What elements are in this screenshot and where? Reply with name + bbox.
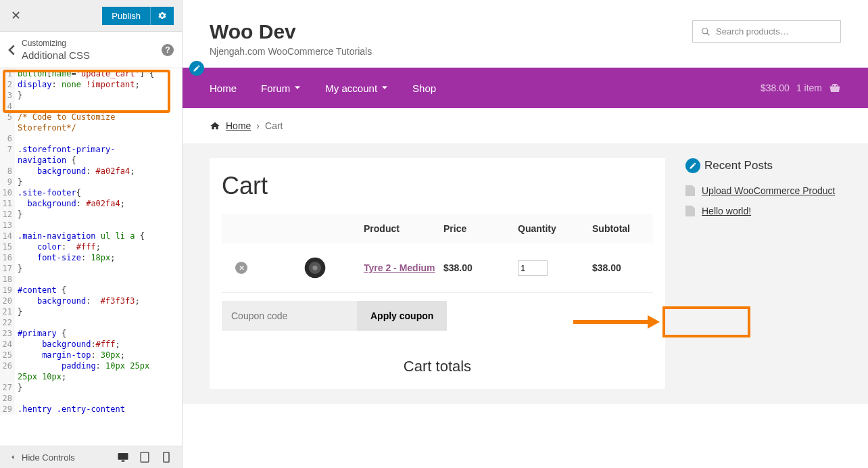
customizing-label: Customizing — [22, 39, 162, 48]
annotation-arrow — [573, 306, 750, 337]
home-icon — [210, 121, 220, 131]
breadcrumb-current: Cart — [265, 120, 283, 131]
publish-settings-button[interactable] — [150, 7, 174, 25]
page-title: Cart — [222, 172, 653, 200]
widget-title: Recent Posts — [685, 158, 841, 173]
svg-rect-1 — [122, 461, 125, 462]
cart-actions: Apply coupon — [222, 301, 653, 331]
primary-navigation: Home Forum My account Shop $38.00 1 item — [183, 68, 868, 108]
coupon-input[interactable] — [222, 301, 357, 331]
tablet-preview-button[interactable] — [140, 452, 151, 463]
post-link[interactable]: Hello world! — [702, 206, 751, 216]
svg-point-4 — [702, 28, 708, 33]
cart-table: Product Price Quantity Subtotal ✕ Tyre 2… — [222, 214, 653, 293]
gear-icon — [158, 11, 167, 20]
list-item: Upload WooCommerce Product — [685, 185, 841, 196]
customizer-breadcrumb: Customizing Additional CSS ? — [0, 32, 182, 68]
search-input[interactable]: Search products… — [692, 20, 841, 43]
document-icon — [685, 185, 695, 196]
chevron-down-icon — [294, 85, 301, 91]
svg-rect-2 — [141, 452, 149, 463]
nav-forum[interactable]: Forum — [261, 83, 301, 94]
pencil-icon — [193, 64, 201, 72]
basket-icon — [829, 83, 841, 93]
nav-cart-summary[interactable]: $38.00 1 item — [761, 83, 841, 93]
cart-table-header: Product Price Quantity Subtotal — [222, 214, 653, 243]
customizer-sidebar: ✕ Publish Customizing Additional CSS ? 1… — [0, 0, 183, 468]
breadcrumb-home[interactable]: Home — [226, 120, 251, 131]
edit-shortcut-nav[interactable] — [189, 61, 204, 76]
nav-shop[interactable]: Shop — [412, 83, 436, 94]
site-preview: Woo Dev Njengah.com WooCommerce Tutorial… — [183, 0, 868, 468]
svg-rect-0 — [118, 453, 128, 460]
close-icon[interactable]: ✕ — [8, 5, 24, 26]
hide-controls-button[interactable]: Hide Controls — [8, 452, 75, 463]
help-icon[interactable]: ? — [162, 44, 174, 56]
edit-shortcut-widget[interactable] — [685, 158, 700, 173]
quantity-stepper[interactable] — [518, 260, 548, 276]
collapse-icon — [8, 452, 18, 462]
breadcrumb: Home › Cart — [183, 108, 868, 143]
nav-account[interactable]: My account — [325, 83, 388, 94]
cart-totals-heading: Cart totals — [222, 358, 653, 375]
desktop-preview-button[interactable] — [117, 452, 128, 463]
post-link[interactable]: Upload WooCommerce Product — [702, 185, 835, 196]
css-editor[interactable]: 1button[name='update_cart'] {2display: n… — [0, 68, 182, 446]
product-link[interactable]: Tyre 2 - Medium — [364, 262, 435, 273]
apply-coupon-button[interactable]: Apply coupon — [357, 301, 447, 331]
back-button[interactable] — [8, 45, 22, 55]
product-thumbnail[interactable] — [303, 256, 327, 280]
customizer-bottombar: Hide Controls — [0, 446, 182, 468]
desktop-icon — [117, 452, 129, 463]
chevron-down-icon — [381, 85, 388, 91]
item-subtotal: $38.00 — [592, 262, 621, 273]
breadcrumb-separator: › — [256, 120, 260, 131]
svg-rect-3 — [164, 452, 169, 462]
mobile-preview-button[interactable] — [163, 452, 174, 463]
pencil-icon — [689, 162, 697, 170]
list-item: Hello world! — [685, 206, 841, 216]
customizer-topbar: ✕ Publish — [0, 0, 182, 32]
mobile-icon — [163, 452, 170, 463]
remove-item-button[interactable]: ✕ — [235, 262, 247, 274]
site-tagline: Njengah.com WooCommerce Tutorials — [210, 46, 372, 57]
publish-button[interactable]: Publish — [102, 7, 150, 25]
item-price: $38.00 — [443, 262, 473, 273]
document-icon — [685, 206, 695, 216]
annotation-empty-box — [662, 306, 750, 337]
tablet-icon — [140, 452, 149, 463]
chevron-left-icon — [8, 45, 16, 55]
section-title: Additional CSS — [22, 49, 162, 61]
svg-point-7 — [312, 265, 317, 270]
search-icon — [701, 27, 710, 37]
site-header: Woo Dev Njengah.com WooCommerce Tutorial… — [183, 0, 868, 68]
sidebar-widgets: Recent Posts Upload WooCommerce Product … — [685, 158, 841, 389]
main-content: Cart Product Price Quantity Subtotal ✕ — [210, 158, 665, 389]
nav-home[interactable]: Home — [210, 83, 237, 94]
site-title[interactable]: Woo Dev — [210, 20, 372, 43]
cart-row: ✕ Tyre 2 - Medium $38.00 $38.00 — [222, 243, 653, 293]
